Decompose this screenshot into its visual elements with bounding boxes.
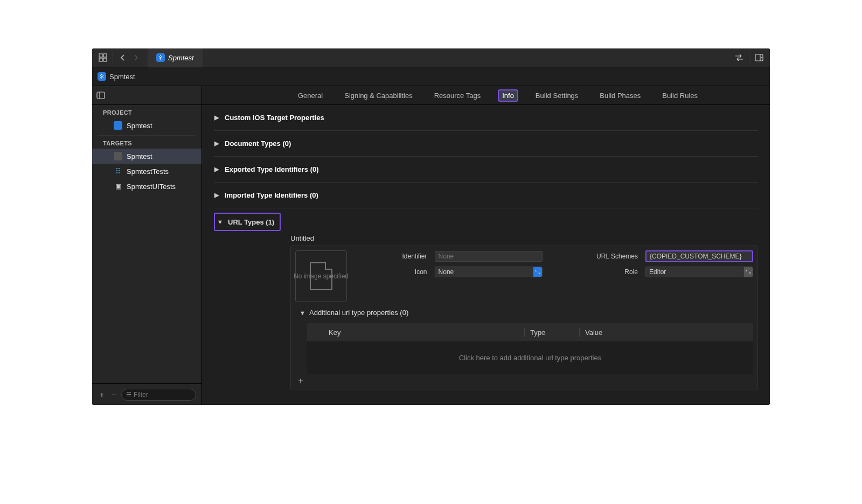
project-sidebar: PROJECT Spmtest TARGETS Spmtest ⠿ Spmtes…	[92, 86, 202, 405]
sidebar-item-target-uitests[interactable]: ▣ SpmtestUITests	[92, 179, 201, 194]
remove-target-button[interactable]: −	[109, 390, 118, 399]
section-exported-types[interactable]: ▶ Exported Type Identifiers (0)	[214, 157, 758, 183]
url-type-detail: Untitled No image specified Identifier U…	[214, 231, 758, 390]
project-icon	[114, 121, 122, 130]
col-type: Type	[525, 328, 580, 337]
ui-test-icon: ▣	[114, 182, 122, 191]
svg-rect-0	[99, 54, 102, 57]
section-title: Custom iOS Target Properties	[225, 114, 324, 122]
breadcrumb: Spmtest	[92, 67, 770, 86]
col-value: Value	[580, 328, 753, 337]
role-label: Role	[550, 268, 638, 276]
chevron-right-icon: ▶	[214, 192, 219, 199]
table-empty-row[interactable]: Click here to add additional url type pr…	[307, 341, 753, 374]
tab-resource-tags[interactable]: Resource Tags	[430, 89, 485, 102]
section-document-types[interactable]: ▶ Document Types (0)	[214, 131, 758, 157]
table-empty-text: Click here to add additional url type pr…	[459, 354, 601, 362]
filter-icon: ☰	[126, 391, 131, 398]
add-target-button[interactable]: +	[98, 390, 106, 399]
tab-signing[interactable]: Signing & Capabilities	[340, 89, 416, 102]
chevron-right-icon: ▶	[214, 140, 219, 147]
url-type-fields: Identifier URL Schemes Icon None ⌃⌄ Role	[356, 250, 753, 277]
chevron-right-icon: ▶	[214, 114, 219, 121]
image-well-placeholder: No image specified	[294, 272, 349, 280]
chevron-down-icon: ▼	[300, 310, 305, 316]
toolbar: Spmtest	[92, 48, 770, 67]
section-custom-props[interactable]: ▶ Custom iOS Target Properties	[214, 105, 758, 131]
project-icon	[156, 53, 165, 62]
target-editor-tabs: General Signing & Capabilities Resource …	[202, 86, 770, 105]
tab-info[interactable]: Info	[498, 89, 518, 102]
sidebar-item-target-app[interactable]: Spmtest	[92, 149, 201, 164]
svg-rect-2	[99, 58, 102, 61]
tab-build-settings[interactable]: Build Settings	[531, 89, 583, 102]
additional-props-table: Key Type Value Click here to add additio…	[307, 323, 753, 374]
tab-build-rules[interactable]: Build Rules	[658, 89, 702, 102]
additional-props-disclosure[interactable]: ▼ Additional url type properties (0)	[295, 309, 753, 317]
sidebar-item-label: Spmtest	[127, 122, 152, 130]
unit-test-icon: ⠿	[114, 167, 122, 176]
identifier-field[interactable]	[435, 251, 543, 262]
sidebar-item-label: Spmtest	[127, 152, 152, 160]
section-url-types[interactable]: ▼ URL Types (1)	[214, 213, 281, 231]
section-imported-types[interactable]: ▶ Imported Type Identifiers (0)	[214, 183, 758, 208]
col-key: Key	[307, 328, 525, 337]
chevron-right-icon: ▶	[214, 166, 219, 173]
identifier-label: Identifier	[356, 253, 427, 260]
tab-general[interactable]: General	[294, 89, 327, 102]
svg-rect-8	[97, 92, 105, 99]
grid-icon[interactable]	[96, 51, 109, 64]
svg-rect-3	[103, 58, 107, 61]
filter-input[interactable]	[134, 391, 191, 398]
filter-wrap: ☰	[121, 389, 196, 401]
tab-build-phases[interactable]: Build Phases	[595, 89, 645, 102]
sidebar-item-project[interactable]: Spmtest	[92, 118, 201, 133]
url-type-title: Untitled	[290, 234, 758, 242]
section-title: Imported Type Identifiers (0)	[225, 191, 318, 199]
table-header: Key Type Value	[307, 323, 753, 341]
back-icon[interactable]	[116, 51, 129, 64]
add-pane-icon[interactable]	[753, 51, 766, 64]
sidebar-item-label: SpmtestTests	[127, 167, 169, 176]
sidebar-footer: + − ☰	[92, 383, 201, 405]
additional-props-label: Additional url type properties (0)	[309, 309, 408, 317]
popup-arrows-icon: ⌃⌄	[744, 267, 753, 277]
role-select[interactable]: Editor ⌃⌄	[645, 267, 753, 277]
chevron-down-icon: ▼	[217, 219, 223, 225]
url-schemes-label: URL Schemes	[550, 253, 638, 260]
icon-select[interactable]: None ⌃⌄	[435, 267, 543, 277]
forward-icon	[129, 51, 142, 64]
url-schemes-field[interactable]	[645, 250, 753, 262]
project-icon	[98, 72, 106, 81]
section-title: URL Types (1)	[228, 218, 274, 226]
breadcrumb-project[interactable]: Spmtest	[109, 73, 135, 81]
editor-main: General Signing & Capabilities Resource …	[202, 86, 770, 405]
section-title: Exported Type Identifiers (0)	[225, 165, 319, 173]
info-editor: ▶ Custom iOS Target Properties ▶ Documen…	[202, 105, 770, 405]
sidebar-item-label: SpmtestUITests	[127, 183, 176, 191]
sidebar-item-target-tests[interactable]: ⠿ SpmtestTests	[92, 164, 201, 179]
xcode-window: Spmtest Spmtest PROJECT Spmtest	[92, 48, 770, 405]
icon-image-well[interactable]: No image specified	[295, 250, 347, 302]
editor-tab-title: Spmtest	[168, 54, 194, 62]
project-section-label: PROJECT	[92, 105, 201, 118]
popup-arrows-icon: ⌃⌄	[533, 267, 542, 277]
section-title: Document Types (0)	[225, 139, 291, 148]
svg-rect-1	[103, 54, 107, 57]
url-type-card: No image specified Identifier URL Scheme…	[290, 246, 758, 390]
sidebar-toggle[interactable]	[92, 86, 201, 105]
icon-label: Icon	[356, 268, 427, 276]
targets-section-label: TARGETS	[92, 136, 201, 149]
swap-icon[interactable]	[733, 51, 746, 64]
role-select-value: Editor	[649, 268, 666, 276]
editor-tab[interactable]: Spmtest	[148, 48, 203, 67]
add-url-type-button[interactable]: ＋	[296, 375, 305, 387]
icon-select-value: None	[439, 268, 454, 276]
app-target-icon	[114, 152, 122, 160]
